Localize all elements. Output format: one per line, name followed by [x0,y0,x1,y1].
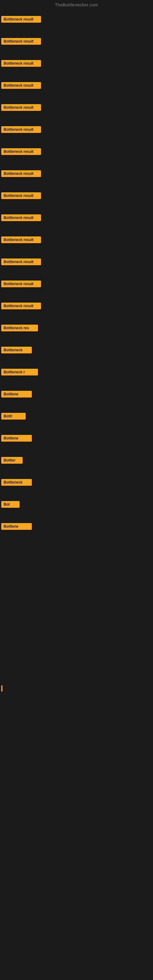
list-item: Bottleneck result [0,301,153,312]
list-item: Bottleneck result [0,14,153,25]
list-item: Bottleneck result [0,124,153,135]
list-item: Bottleneck [0,477,153,488]
bottleneck-badge[interactable]: Bottleneck result [1,170,41,177]
bottleneck-badge[interactable]: Bottleneck result [1,60,41,67]
list-item: Bottleneck res [0,323,153,334]
list-item: Bottlene [0,433,153,444]
bottleneck-badge[interactable]: Bottleneck result [1,82,41,89]
bottleneck-badge[interactable]: Bottleneck r [1,369,38,375]
bottleneck-badge[interactable]: Bottleneck result [1,38,41,45]
bottleneck-badge[interactable]: Bottlene [1,391,32,398]
list-item: Bottleneck [0,345,153,356]
list-item: Bottleneck result [0,279,153,290]
bottleneck-badge[interactable]: Bottlene [1,435,32,442]
bottleneck-badge[interactable]: Bottleneck [1,479,32,486]
bottleneck-badge[interactable]: Bottl [1,413,26,420]
list-item: Bottleneck result [0,191,153,202]
bottleneck-badge[interactable]: Bottleneck result [1,280,41,287]
bottleneck-badge[interactable]: Bottleneck [1,347,32,353]
list-item: Bottleneck result [0,80,153,91]
list-item: Bottleneck result [0,235,153,246]
bottleneck-badge[interactable]: Bottleneck result [1,148,41,155]
bottleneck-badge[interactable]: Bot [1,501,19,508]
list-item: Bottler [0,455,153,466]
list-item: Bottl [0,411,153,422]
list-item: Bottleneck result [0,36,153,47]
bottleneck-badge[interactable]: Bottleneck result [1,16,41,23]
bottleneck-badge[interactable]: Bottleneck result [1,258,41,265]
bottleneck-badge[interactable]: Bottleneck result [1,215,41,221]
bottleneck-badge[interactable]: Bottleneck result [1,302,41,309]
list-item: Bot [0,499,153,510]
small-indicator [1,686,2,692]
bottleneck-badge[interactable]: Bottleneck result [1,192,41,199]
list-item: Bottleneck result [0,102,153,113]
list-item: Bottleneck result [0,58,153,69]
list-item: Bottleneck result [0,213,153,224]
site-title: TheBottlenecker.com [0,0,153,9]
bottleneck-badge[interactable]: Bottleneck res [1,325,38,331]
bottleneck-badge[interactable]: Bottleneck result [1,236,41,243]
list-item: Bottleneck result [0,146,153,158]
bottleneck-badge[interactable]: Bottleneck result [1,126,41,133]
list-item: Bottleneck result [0,257,153,268]
bottleneck-badge[interactable]: Bottlene [1,523,32,530]
list-item: Bottlene [0,521,153,532]
list-item: Bottleneck r [0,367,153,378]
bottleneck-badge[interactable]: Bottler [1,457,22,464]
page-container: TheBottlenecker.com Bottleneck result Bo… [0,0,153,980]
list-item: Bottlene [0,389,153,400]
bottleneck-badge[interactable]: Bottleneck result [1,104,41,111]
list-item: Bottleneck result [0,169,153,180]
